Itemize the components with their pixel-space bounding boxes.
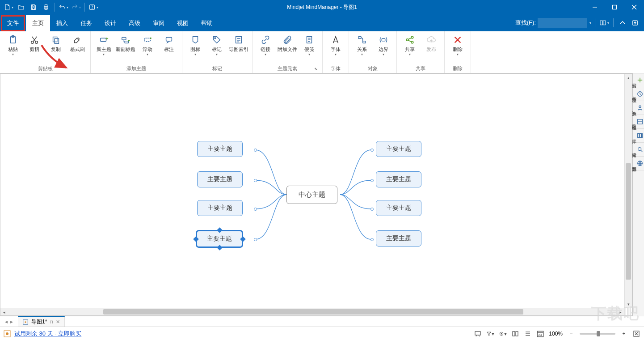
close-button[interactable] [624,0,644,14]
list-icon[interactable] [524,330,532,338]
rail-tab-task-info[interactable]: 任务信息 [633,87,644,101]
svg-rect-36 [382,38,385,41]
add-topic-group-label: 添加主题 [93,65,179,72]
cut-button[interactable]: 剪切 [24,33,45,53]
tab-design[interactable]: 设计 [98,14,122,31]
copy-button[interactable]: 复制 [46,33,66,53]
fit-icon[interactable] [632,330,640,338]
print-icon[interactable] [40,1,52,13]
scroll-right-icon[interactable]: ▸ [617,308,624,316]
topic-node[interactable]: 主要主题 [197,200,243,216]
collapse-ribbon-icon[interactable] [617,17,628,28]
note-button[interactable]: 便笺▾ [299,33,320,57]
tab-advanced[interactable]: 高级 [122,14,147,31]
save-icon[interactable] [28,1,39,13]
rail-tab-resources[interactable]: 资源 [633,101,644,115]
calendar-icon[interactable]: 24 [536,330,544,338]
pin-icon[interactable]: ⊓ [50,319,53,324]
font-button[interactable]: 字体▾ [325,33,346,57]
tab-help[interactable]: 帮助 [195,14,219,31]
scroll-down-icon[interactable]: ▾ [625,300,632,308]
columns-icon[interactable] [511,330,519,338]
zoom-target-icon[interactable]: ▾ [499,330,507,338]
format-painter-button[interactable]: 格式刷 [67,33,88,53]
find-input[interactable] [538,18,587,28]
maximize-button[interactable] [605,0,624,14]
rail-tab-library[interactable]: 库 [633,129,644,143]
zoom-value: 100% [549,331,563,337]
open-file-icon[interactable] [15,1,27,13]
topic-node[interactable]: 主要主题 [376,171,421,187]
topic-node[interactable]: 主要主题 [197,141,243,157]
filter-icon[interactable]: ▾ [486,330,494,338]
tab-tasks[interactable]: 任务 [74,14,98,31]
svg-rect-64 [516,332,518,336]
ribbon-group-font: 字体▾ 字体 [323,31,349,73]
topic-node[interactable]: 主要主题 [376,200,421,216]
svg-rect-25 [166,38,172,41]
topic-node[interactable]: 主要主题 [197,171,243,187]
connector-anchor-icon [370,208,374,211]
publish-button: 发布 [421,33,442,53]
panel-toggle-icon[interactable]: ▾ [599,17,610,28]
attachment-button[interactable]: 附加文件 [277,33,298,53]
help-icon[interactable]: ▾ [88,1,99,13]
boundary-button[interactable]: 边界▾ [373,33,394,57]
find-dropdown-icon[interactable]: ▾ [589,21,591,25]
map-index-button[interactable]: 导图索引 [228,33,249,53]
svg-rect-12 [603,21,606,25]
link-button[interactable]: 链接▾ [255,33,276,57]
tab-insert[interactable]: 插入 [50,14,74,31]
tab-home[interactable]: 主页 [26,14,50,31]
zoom-slider[interactable] [580,333,615,335]
close-tab-icon[interactable]: ✕ [56,319,60,325]
tab-file[interactable]: 文件 [1,15,25,31]
icon-marker-button[interactable]: 图标▾ [185,33,206,57]
share-button[interactable]: 共享▾ [400,33,420,57]
relationship-button[interactable]: 关系▾ [352,33,372,57]
center-topic-node[interactable]: 中心主题 [286,186,337,204]
horizontal-scrollbar[interactable]: ◂ ▸ [0,308,624,315]
window-controls [585,0,644,14]
tab-review[interactable]: 审阅 [147,14,171,31]
svg-rect-1 [32,8,34,9]
zoom-out-icon[interactable]: − [567,330,575,338]
tab-view[interactable]: 视图 [171,14,195,31]
paste-button[interactable]: 粘贴▾ [3,33,23,57]
scrollbar-thumb[interactable] [103,309,523,314]
topic-node[interactable]: 主要主题 [376,141,421,157]
rail-tab-search[interactable]: 搜索 [633,143,644,157]
svg-point-55 [25,321,26,323]
topic-node-selected[interactable]: 主要主题 [196,230,243,247]
dialog-launcher-icon[interactable]: ⬊ [313,67,319,72]
presentation-icon[interactable] [474,330,482,338]
canvas-area[interactable]: 中心主题 主要主题 主要主题 主要主题 主要主题 主要主题 主要主题 主要主题 … [0,73,632,316]
redo-icon[interactable]: ▾ [70,1,82,13]
trial-link[interactable]: 试用剩余 30 天 - 立即购买 [14,330,81,338]
titlebar-help-icon[interactable]: ? [630,17,640,28]
tag-marker-button[interactable]: 标记▾ [206,33,227,57]
svg-rect-24 [145,38,151,41]
rail-tab-index[interactable]: 索引 [633,73,644,87]
delete-button[interactable]: 删除▾ [447,33,468,57]
callout-button[interactable]: 标注 [159,33,179,53]
floating-topic-button[interactable]: 浮动▾ [137,33,158,57]
zoom-in-icon[interactable]: + [620,330,628,338]
new-file-icon[interactable]: ▾ [3,1,14,13]
undo-icon[interactable]: ▾ [58,1,69,13]
topic-node[interactable]: 主要主题 [376,230,421,246]
rail-tab-map-parts[interactable]: 导图组件 [633,115,644,129]
connector-anchor-icon [370,179,374,182]
font-group-label: 字体 [325,65,346,72]
svg-rect-22 [122,38,126,40]
right-side-rail: 索引 任务信息 资源 导图组件 库 搜索 浏览器 [632,73,644,316]
new-subtopic-button[interactable]: 新副标题 [115,33,136,53]
scroll-left-icon[interactable]: ◂ [0,308,8,316]
document-tab[interactable]: 导图1* ⊓ ✕ [18,316,65,327]
minimize-button[interactable] [585,0,605,14]
scrollbar-thumb[interactable] [626,163,631,280]
new-topic-button[interactable]: 新主题▾ [93,33,114,57]
doc-tab-nav[interactable]: ◂▸ [0,319,18,325]
rail-tab-browser[interactable]: 浏览器 [633,157,644,170]
svg-text:?: ? [634,21,636,25]
